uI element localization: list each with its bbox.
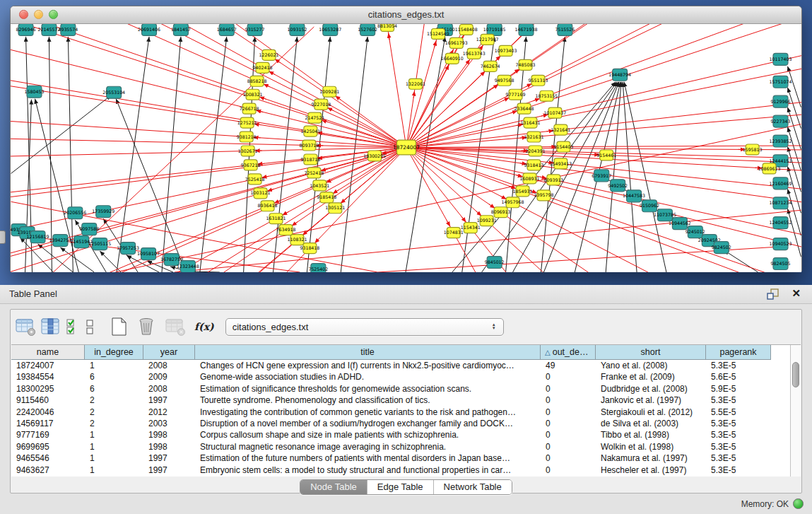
- graph-node[interactable]: 20691406: [138, 24, 160, 35]
- graph-node[interactable]: 2336448: [514, 103, 534, 114]
- graph-node[interactable]: 1322061: [406, 78, 425, 89]
- zoom-window-button[interactable]: [49, 10, 58, 19]
- graph-node[interactable]: 7525402: [308, 264, 328, 272]
- graph-node[interactable]: 1305121: [325, 203, 345, 214]
- select-rows-icon[interactable]: [64, 316, 80, 337]
- graph-node[interactable]: 9318718: [300, 154, 320, 165]
- graph-node[interactable]: 1631821: [266, 214, 286, 224]
- column-visibility-icon[interactable]: [40, 316, 60, 337]
- graph-node[interactable]: 9154403: [553, 141, 573, 152]
- column-header-short[interactable]: short: [596, 345, 706, 360]
- graph-node[interactable]: 2147521: [305, 112, 324, 123]
- graph-node[interactable]: 22145572: [37, 24, 60, 35]
- graph-node[interactable]: 14671938: [515, 24, 538, 35]
- graph-node[interactable]: 7252418: [304, 168, 324, 178]
- graph-node[interactable]: 9381218: [237, 132, 257, 142]
- graph-node[interactable]: 10871234: [770, 197, 792, 209]
- graph-node[interactable]: 9402418: [253, 62, 273, 73]
- graph-node[interactable]: 7634918: [276, 225, 296, 235]
- tab-network-table[interactable]: Network Table: [434, 480, 512, 494]
- table-row[interactable]: 946554611997Estimation of the future num…: [11, 452, 801, 464]
- row-options-icon[interactable]: [84, 316, 95, 337]
- graph-node[interactable]: 10653287: [319, 24, 341, 35]
- graph-node[interactable]: 1003121: [251, 188, 271, 199]
- delete-column-icon[interactable]: [136, 316, 156, 337]
- graph-node[interactable]: 9129966: [771, 95, 791, 107]
- graph-node[interactable]: 9097588: [79, 223, 99, 235]
- graph-node[interactable]: 19448794: [608, 69, 631, 81]
- memory-status-indicator[interactable]: [793, 498, 804, 509]
- table-row[interactable]: 969969511998Structural magnetic resonanc…: [11, 441, 801, 452]
- graph-node[interactable]: 1395798: [534, 190, 553, 201]
- graph-node[interactable]: 16640910: [441, 53, 464, 64]
- graph-node[interactable]: 9777169: [506, 89, 526, 100]
- graph-node[interactable]: 8093718: [299, 140, 319, 151]
- graph-node[interactable]: 7266718: [240, 103, 259, 114]
- graph-node[interactable]: 1226021: [259, 49, 279, 60]
- graph-node[interactable]: 9227018: [311, 99, 331, 110]
- vertical-scrollbar[interactable]: [790, 345, 801, 477]
- graph-node[interactable]: 7525418: [245, 174, 265, 185]
- graph-node[interactable]: 9150962: [640, 200, 659, 212]
- graph-node[interactable]: 9318413: [524, 160, 544, 170]
- function-builder-icon[interactable]: f(x): [194, 321, 214, 332]
- graph-node[interactable]: 2204391: [526, 146, 546, 156]
- graph-node[interactable]: 4935574: [58, 24, 78, 35]
- float-panel-icon[interactable]: [767, 288, 779, 300]
- graph-node[interactable]: 9154461: [596, 150, 616, 160]
- citation-graph[interactable]: 8296946221455724935574206914061841457168…: [11, 24, 801, 272]
- graph-node[interactable]: 1302671: [238, 146, 258, 156]
- graph-node[interactable]: 10973403: [495, 45, 517, 56]
- graph-node[interactable]: 7485083: [516, 59, 536, 70]
- graph-node[interactable]: 18724007: [393, 140, 420, 155]
- graph-node[interactable]: 19613743: [463, 48, 486, 59]
- column-header-year[interactable]: year: [143, 345, 195, 360]
- table-row[interactable]: 977716911998Corpus callosum shape and si…: [11, 429, 801, 440]
- graph-node[interactable]: 1608931: [520, 173, 540, 184]
- graph-node[interactable]: 15751074: [770, 76, 792, 88]
- table-select-dropdown[interactable]: citations_edges.txt ▲▼: [225, 318, 504, 336]
- graph-node[interactable]: 9315277: [245, 24, 265, 35]
- graph-node[interactable]: 1154341: [461, 223, 481, 233]
- graph-node[interactable]: 1854931: [513, 186, 533, 197]
- graph-node[interactable]: 1321641: [551, 124, 570, 135]
- graph-node[interactable]: 9551313: [529, 75, 548, 86]
- scrollbar-thumb[interactable]: [792, 362, 799, 387]
- network-canvas[interactable]: 8296946221455724935574206914061841457168…: [11, 24, 801, 272]
- graph-node[interactable]: 8936418: [258, 201, 278, 211]
- table-row[interactable]: 911546021997Tourette syndrome. Phenomeno…: [11, 395, 801, 406]
- table-row[interactable]: 2242004622012Investigating the contribut…: [11, 407, 801, 418]
- graph-node[interactable]: 1275211: [237, 117, 257, 128]
- graph-node[interactable]: 12404552: [770, 217, 792, 229]
- close-window-button[interactable]: [19, 10, 28, 19]
- graph-node[interactable]: 1595813: [743, 144, 763, 155]
- new-column-icon[interactable]: [110, 316, 128, 337]
- column-header-name[interactable]: name: [11, 345, 85, 360]
- minimize-window-button[interactable]: [34, 10, 43, 19]
- graph-node[interactable]: 8813054: [377, 24, 397, 31]
- graph-node[interactable]: 1043521: [310, 180, 329, 191]
- window-titlebar[interactable]: citations_edges.txt: [11, 6, 801, 24]
- column-header-out-degree[interactable]: △out_de…: [541, 345, 596, 360]
- graph-node[interactable]: 12393852: [770, 135, 792, 147]
- graph-node[interactable]: 9845012: [485, 257, 505, 269]
- close-panel-icon[interactable]: ✕: [792, 287, 801, 300]
- graph-node[interactable]: 8858218: [247, 76, 267, 86]
- graph-node[interactable]: 20206556: [64, 207, 86, 219]
- graph-node[interactable]: 9318418: [300, 243, 319, 254]
- tab-edge-table[interactable]: Edge Table: [367, 480, 434, 494]
- graph-node[interactable]: 1093152: [287, 24, 307, 35]
- graph-node[interactable]: 1841457: [171, 24, 191, 35]
- graph-node[interactable]: 11548408: [455, 24, 478, 35]
- graph-node[interactable]: 9497568: [495, 75, 514, 86]
- table-row[interactable]: 1872400712008Changes of HCN gene express…: [11, 360, 801, 371]
- graph-node[interactable]: 9824505: [771, 258, 791, 270]
- graph-node[interactable]: 1321631: [524, 132, 544, 142]
- table-row[interactable]: 946362711997Embryonic stem cells: a mode…: [11, 465, 801, 476]
- column-header-title[interactable]: title: [195, 345, 541, 360]
- graph-node[interactable]: 16961793: [445, 37, 468, 48]
- graph-node[interactable]: 1580453: [25, 86, 45, 98]
- graph-node[interactable]: 1316431: [521, 117, 541, 128]
- tab-node-table[interactable]: Node Table: [300, 480, 367, 494]
- graph-node[interactable]: 6793917: [592, 170, 611, 182]
